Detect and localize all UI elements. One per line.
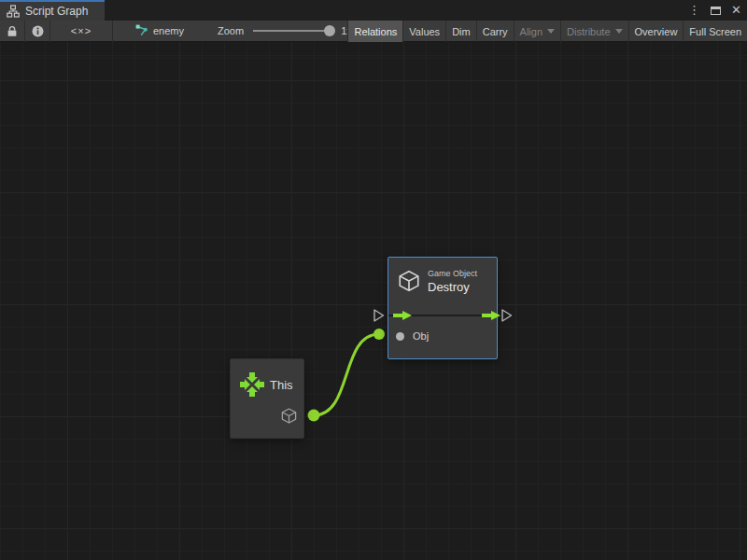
node-category: Game Object <box>428 269 477 278</box>
zoom-label: Zoom <box>218 25 244 36</box>
breadcrumb-label: enemy <box>153 25 184 36</box>
graph-toolbar: <×> enemy Zoom 1x Relations Values Dim C… <box>0 21 747 42</box>
overview-button[interactable]: Overview <box>629 21 684 42</box>
align-dropdown[interactable]: Align <box>514 21 560 42</box>
flow-input-port-triangle[interactable] <box>373 308 385 323</box>
this-converge-icon <box>239 371 265 398</box>
info-button[interactable] <box>25 21 49 41</box>
wire-source-dot[interactable] <box>308 410 320 422</box>
script-graph-window: Script Graph ⋮ ✕ <×> <box>0 0 747 560</box>
align-label: Align <box>520 26 543 37</box>
toolbar-separator <box>112 21 113 42</box>
lock-button[interactable] <box>0 21 24 41</box>
zoom-slider-track[interactable] <box>253 30 331 32</box>
tab-script-graph[interactable]: Script Graph <box>0 0 105 21</box>
graph-canvas[interactable]: Game Object Destroy O <box>0 42 747 560</box>
obj-port-label: Obj <box>413 330 429 342</box>
flow-output-port-triangle[interactable] <box>500 308 513 323</box>
lock-icon <box>7 25 18 37</box>
distribute-dropdown[interactable]: Distribute <box>561 21 627 42</box>
graph-asset-icon <box>135 24 148 37</box>
game-object-cube-icon <box>397 269 421 293</box>
node-title: This <box>270 378 293 392</box>
node-title: Destroy <box>428 280 477 294</box>
code-preview-button[interactable]: <×> <box>50 21 112 41</box>
wire-target-dot[interactable] <box>374 329 385 340</box>
flow-input-arrow-icon[interactable] <box>392 310 413 321</box>
toolbar-button-group: Relations Values Dim Carry Align Distrib… <box>347 21 747 42</box>
dim-button[interactable]: Dim <box>446 21 476 42</box>
chevron-down-icon <box>615 29 623 34</box>
zoom-slider[interactable] <box>253 21 335 41</box>
carry-button[interactable]: Carry <box>477 21 514 42</box>
flow-output-arrow-icon[interactable] <box>481 310 501 321</box>
tab-bar: Script Graph ⋮ ✕ <box>0 0 747 21</box>
breadcrumb[interactable]: enemy <box>135 24 184 37</box>
destroy-node-titles: Game Object Destroy <box>428 269 477 294</box>
graph-hierarchy-icon <box>7 5 20 18</box>
node-this[interactable]: This <box>230 358 304 439</box>
destroy-node-header: Game Object Destroy <box>388 258 497 304</box>
info-icon <box>32 25 44 37</box>
distribute-label: Distribute <box>567 26 610 37</box>
wire-layer <box>0 42 747 560</box>
full-screen-button[interactable]: Full Screen <box>684 21 747 42</box>
relations-button[interactable]: Relations <box>348 21 402 42</box>
obj-port-row: Obj <box>388 327 497 345</box>
window-controls: ⋮ ✕ <box>688 0 741 21</box>
flow-port-row <box>388 305 497 326</box>
tab-title: Script Graph <box>25 5 88 18</box>
window-maximize-icon[interactable] <box>711 7 721 15</box>
zoom-slider-handle[interactable] <box>324 25 335 36</box>
values-button[interactable]: Values <box>403 21 445 42</box>
connection-wire[interactable] <box>314 334 379 415</box>
obj-port-dot[interactable] <box>396 332 404 341</box>
node-destroy[interactable]: Game Object Destroy O <box>388 257 498 359</box>
this-output-cube-port[interactable] <box>280 407 298 425</box>
chevron-down-icon <box>547 29 555 34</box>
window-menu-icon[interactable]: ⋮ <box>688 0 700 21</box>
window-close-icon[interactable]: ✕ <box>731 0 741 21</box>
this-node-header: This <box>231 369 303 400</box>
